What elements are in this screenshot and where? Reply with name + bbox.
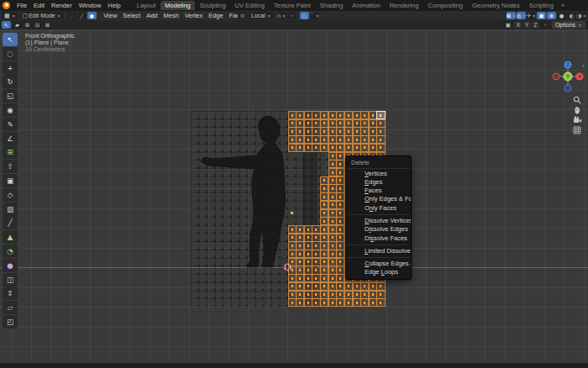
- selected-face[interactable]: [328, 298, 337, 307]
- selected-face[interactable]: [312, 250, 320, 258]
- selected-face[interactable]: [312, 282, 320, 291]
- selected-face[interactable]: [336, 111, 344, 119]
- selected-face[interactable]: [320, 234, 328, 242]
- xray-toggle[interactable]: ▣: [537, 12, 546, 19]
- selected-face[interactable]: [328, 119, 337, 128]
- selected-face[interactable]: [328, 241, 337, 250]
- snap-target-button[interactable]: ⌖: [287, 12, 297, 19]
- selected-face[interactable]: [312, 258, 320, 266]
- selected-face[interactable]: [336, 168, 344, 176]
- selected-face[interactable]: [288, 144, 297, 152]
- selected-face[interactable]: [320, 201, 328, 209]
- selected-face[interactable]: [288, 127, 297, 135]
- selected-face[interactable]: [296, 274, 304, 282]
- menu-item-dissolve-faces[interactable]: Dissolve Faces: [346, 234, 411, 243]
- menu-item-collapse-edges-faces[interactable]: Collapse Edges & Faces: [346, 260, 411, 268]
- workspace-tab-sculpting[interactable]: Sculpting: [196, 1, 230, 10]
- selected-face[interactable]: [296, 291, 304, 299]
- annotate-tool[interactable]: ✎: [3, 118, 18, 131]
- transform-tool[interactable]: ◉: [3, 103, 18, 117]
- selected-face[interactable]: [288, 234, 297, 242]
- selected-face[interactable]: [328, 127, 337, 135]
- active-tool-button[interactable]: ↖: [2, 21, 11, 29]
- selected-face[interactable]: [304, 282, 312, 291]
- snap-dropdown[interactable]: ∩▼: [277, 12, 286, 19]
- menu-item-faces[interactable]: Faces: [346, 187, 411, 195]
- selected-face[interactable]: [360, 144, 369, 152]
- selected-face[interactable]: [312, 111, 320, 119]
- selected-face[interactable]: [296, 135, 304, 144]
- selected-face[interactable]: [304, 144, 312, 152]
- active-face[interactable]: [376, 111, 385, 119]
- selected-face[interactable]: [320, 298, 328, 307]
- selected-face[interactable]: [328, 168, 337, 176]
- selected-face[interactable]: [369, 127, 377, 135]
- selected-face[interactable]: [320, 225, 328, 234]
- selected-face[interactable]: [360, 298, 369, 307]
- select-intersect-mode[interactable]: ⊠: [43, 21, 52, 29]
- selected-face[interactable]: [336, 298, 344, 307]
- selected-face[interactable]: [328, 250, 337, 258]
- move-tool[interactable]: +: [3, 61, 18, 75]
- workspace-tab-compositing[interactable]: Compositing: [423, 1, 467, 10]
- add-cube-tool[interactable]: ⊞: [3, 145, 18, 159]
- selected-face[interactable]: [312, 234, 320, 242]
- selected-face[interactable]: [376, 135, 385, 144]
- selected-face[interactable]: [312, 241, 320, 250]
- blender-logo-icon[interactable]: [3, 2, 10, 9]
- selected-face[interactable]: [328, 225, 337, 234]
- shear-tool[interactable]: ▱: [3, 301, 18, 314]
- editor-type-dropdown[interactable]: ▦▼: [2, 12, 18, 19]
- falloff-dropdown[interactable]: ⌒▼: [310, 12, 319, 19]
- selected-face[interactable]: [369, 282, 377, 291]
- knife-tool[interactable]: ╱: [3, 216, 18, 229]
- selected-face[interactable]: [320, 274, 328, 282]
- selected-face[interactable]: [360, 111, 369, 119]
- selected-face[interactable]: [328, 265, 337, 274]
- selected-face[interactable]: [369, 144, 377, 152]
- selected-face[interactable]: [328, 274, 337, 282]
- selected-face[interactable]: [312, 291, 320, 299]
- selected-face[interactable]: [288, 135, 297, 144]
- selected-face[interactable]: [304, 241, 312, 250]
- selected-face[interactable]: [336, 225, 344, 234]
- edge-slide-tool[interactable]: ◫: [3, 273, 18, 287]
- selected-face[interactable]: [304, 234, 312, 242]
- selected-face[interactable]: [320, 184, 328, 192]
- selected-face[interactable]: [376, 119, 385, 128]
- scale-tool[interactable]: ◱: [3, 89, 18, 103]
- options-dropdown[interactable]: Options ▼: [552, 21, 585, 29]
- selected-face[interactable]: [312, 144, 320, 152]
- selected-face[interactable]: [320, 176, 328, 185]
- selected-face[interactable]: [320, 250, 328, 258]
- camera-view-button[interactable]: [572, 115, 582, 124]
- selected-face[interactable]: [344, 127, 353, 135]
- selected-face[interactable]: [296, 127, 304, 135]
- selected-face[interactable]: [376, 282, 385, 291]
- menu-item-edges[interactable]: Edges: [346, 178, 411, 187]
- selected-face[interactable]: [353, 135, 361, 144]
- selected-face[interactable]: [296, 250, 304, 258]
- selected-face[interactable]: [353, 298, 361, 307]
- mirror-axis-x[interactable]: X: [514, 21, 522, 29]
- selected-face[interactable]: [312, 119, 320, 128]
- inset-faces-tool[interactable]: ▣: [3, 174, 18, 187]
- menu-item-only-edges-faces[interactable]: Only Edges & Faces: [346, 195, 411, 203]
- selected-face[interactable]: [320, 192, 328, 201]
- selected-face[interactable]: [336, 152, 344, 160]
- workspace-tab-animation[interactable]: Animation: [348, 1, 384, 10]
- selected-face[interactable]: [336, 119, 344, 128]
- selected-face[interactable]: [360, 119, 369, 128]
- overlays-dropdown[interactable]: ◎▼: [517, 12, 526, 19]
- selected-face[interactable]: [328, 217, 337, 225]
- selected-face[interactable]: [288, 119, 297, 128]
- selected-face[interactable]: [328, 111, 337, 119]
- mirror-axis-z[interactable]: Z: [532, 21, 539, 29]
- workspace-tab-scripting[interactable]: Scripting: [525, 1, 558, 10]
- selected-face[interactable]: [304, 291, 312, 299]
- selected-face[interactable]: [320, 135, 328, 144]
- menu-edit[interactable]: Edit: [30, 2, 48, 9]
- selected-face[interactable]: [288, 298, 297, 307]
- selected-face[interactable]: [376, 291, 385, 299]
- 3d-viewport[interactable]: Front Orthographic (1) Plane | Plane 10 …: [0, 29, 588, 363]
